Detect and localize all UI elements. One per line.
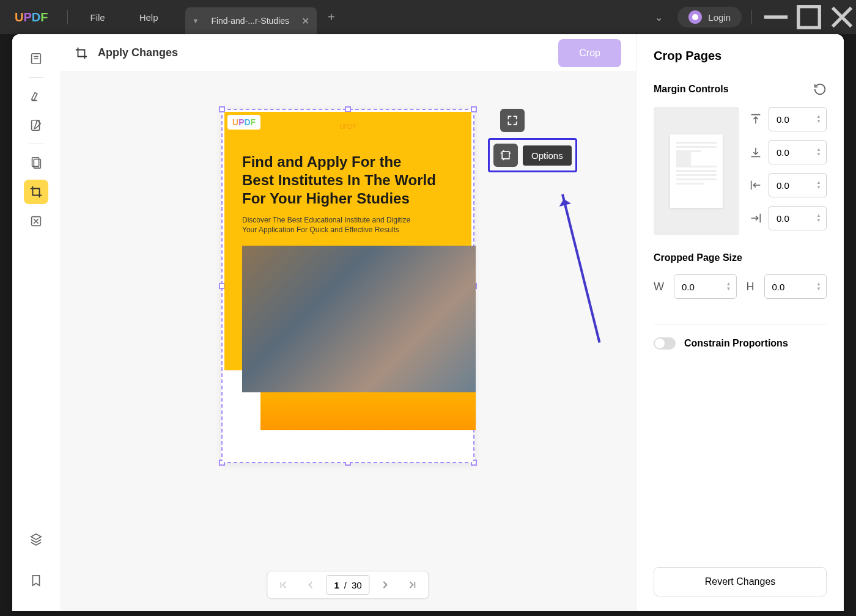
left-sidebar xyxy=(12,34,60,611)
login-button[interactable]: Login xyxy=(677,7,742,28)
current-page: 1 xyxy=(334,580,339,590)
page-indicator[interactable]: 1 / 30 xyxy=(326,575,369,595)
prev-page-button[interactable] xyxy=(297,571,323,598)
width-label: W xyxy=(654,280,664,293)
crop-panel: Crop Pages Margin Controls ▲▼ ▲▼ ▲ xyxy=(636,34,844,611)
organize-tool[interactable] xyxy=(24,150,48,175)
maximize-button[interactable] xyxy=(795,3,823,31)
reader-tool[interactable] xyxy=(24,46,48,71)
cropped-size-label: Cropped Page Size xyxy=(654,252,827,263)
width-input[interactable]: ▲▼ xyxy=(674,274,737,299)
doc-subtitle: Discover The Best Educational Institute … xyxy=(242,215,424,235)
document-tab[interactable]: ▼ Find-and-...r-Studies ✕ xyxy=(185,7,317,34)
document-crop-frame[interactable]: UPDF UPDF Find and Apply For the Best In… xyxy=(221,109,474,463)
chevron-down-icon[interactable]: ⌄ xyxy=(645,12,673,23)
margin-top-icon xyxy=(749,112,762,126)
minimize-button[interactable] xyxy=(762,3,790,31)
main-area: Apply Changes Crop UPDF UPDF Find and Ap… xyxy=(12,34,844,611)
edit-tool[interactable] xyxy=(24,113,48,138)
options-tooltip: Options xyxy=(523,145,572,166)
options-button[interactable] xyxy=(493,144,518,167)
toolbar-title: Apply Changes xyxy=(98,46,178,59)
crop-toolbar: Apply Changes Crop xyxy=(60,34,636,72)
height-label: H xyxy=(747,280,755,293)
highlight-tool[interactable] xyxy=(24,84,48,108)
separator xyxy=(29,77,43,78)
margin-preview xyxy=(654,107,739,235)
doc-photo xyxy=(242,246,476,392)
app-logo: UPDF xyxy=(0,10,62,24)
constrain-toggle[interactable] xyxy=(654,337,676,350)
page-sep: / xyxy=(344,580,347,590)
tab-dropdown-icon[interactable]: ▼ xyxy=(193,17,199,24)
watermark-tool[interactable] xyxy=(24,209,48,233)
help-menu[interactable]: Help xyxy=(122,12,175,23)
titlebar: UPDF File Help ▼ Find-and-...r-Studies ✕… xyxy=(0,0,856,34)
doc-title: Find and Apply For the Best Institutes I… xyxy=(242,153,437,208)
last-page-button[interactable] xyxy=(399,571,426,598)
close-button[interactable] xyxy=(828,3,856,31)
svg-rect-0 xyxy=(799,7,820,28)
doc-logo: UPDF xyxy=(227,115,260,130)
crop-tool[interactable] xyxy=(24,180,48,204)
panel-title: Crop Pages xyxy=(654,49,827,63)
tab-title: Find-and-...r-Studies xyxy=(206,16,294,26)
file-menu[interactable]: File xyxy=(73,12,122,23)
document-canvas[interactable]: UPDF UPDF Find and Apply For the Best In… xyxy=(60,72,636,611)
options-callout: Options xyxy=(488,138,577,172)
margin-controls-label: Margin Controls xyxy=(654,84,729,95)
annotation-arrow xyxy=(561,194,600,343)
crop-icon xyxy=(75,46,88,60)
doc-accent-bar xyxy=(260,387,476,430)
bookmark-icon[interactable] xyxy=(24,568,48,593)
margin-left-input[interactable]: ▲▼ xyxy=(769,173,827,197)
doc-brand-text: UPDF xyxy=(339,123,356,130)
divider xyxy=(751,10,752,24)
fullscreen-button[interactable] xyxy=(500,109,525,132)
page-navigator: 1 / 30 xyxy=(267,571,429,599)
avatar-icon xyxy=(688,10,702,24)
first-page-button[interactable] xyxy=(270,571,297,598)
crop-handle[interactable] xyxy=(471,106,477,112)
divider xyxy=(654,324,827,325)
crop-button[interactable]: Crop xyxy=(558,39,621,67)
margin-bottom-icon xyxy=(749,145,762,159)
margin-left-icon xyxy=(749,178,762,192)
total-pages: 30 xyxy=(352,580,362,590)
tab-close-icon[interactable]: ✕ xyxy=(301,15,309,27)
layers-icon[interactable] xyxy=(24,527,48,551)
reset-margins-icon[interactable] xyxy=(813,82,827,96)
login-label: Login xyxy=(708,12,731,23)
next-page-button[interactable] xyxy=(372,571,399,598)
center-area: Apply Changes Crop UPDF UPDF Find and Ap… xyxy=(60,34,636,611)
new-tab-button[interactable]: + xyxy=(328,10,335,24)
constrain-label: Constrain Proportions xyxy=(684,338,788,349)
margin-top-input[interactable]: ▲▼ xyxy=(769,107,827,131)
height-input[interactable]: ▲▼ xyxy=(764,274,827,299)
revert-button[interactable]: Revert Changes xyxy=(654,567,827,596)
separator xyxy=(29,144,43,144)
margin-bottom-input[interactable]: ▲▼ xyxy=(769,140,827,164)
svg-rect-6 xyxy=(502,152,509,159)
divider xyxy=(67,10,68,24)
margin-right-icon xyxy=(749,211,762,225)
margin-right-input[interactable]: ▲▼ xyxy=(769,206,827,230)
